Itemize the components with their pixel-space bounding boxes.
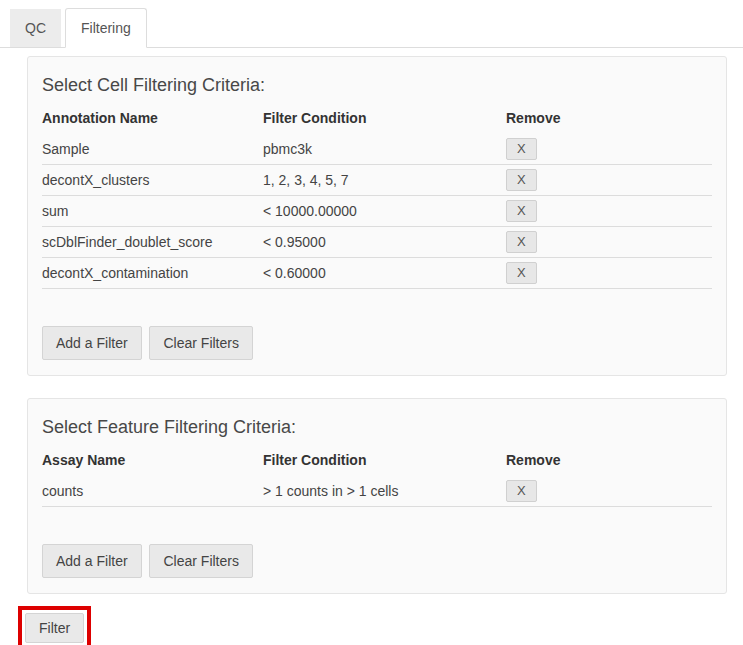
annotation-name-cell: Sample <box>42 134 263 165</box>
feature-filter-header-row: Assay Name Filter Condition Remove <box>42 450 712 476</box>
filter-condition-cell: < 10000.00000 <box>263 196 506 227</box>
clear-feature-filters-button[interactable]: Clear Filters <box>149 544 252 578</box>
remove-filter-button[interactable]: X <box>506 169 537 191</box>
feature-filter-table: Assay Name Filter Condition Remove count… <box>42 450 712 507</box>
remove-filter-button[interactable]: X <box>506 262 537 284</box>
cell-filtering-panel: Select Cell Filtering Criteria: Annotati… <box>27 56 727 376</box>
cell-filter-header-row: Annotation Name Filter Condition Remove <box>42 108 712 134</box>
tab-qc[interactable]: QC <box>10 9 61 47</box>
remove-filter-button[interactable]: X <box>506 480 537 502</box>
table-row: counts > 1 counts in > 1 cells X <box>42 476 712 507</box>
add-cell-filter-button[interactable]: Add a Filter <box>42 326 142 360</box>
remove-filter-button[interactable]: X <box>506 138 537 160</box>
remove-filter-button[interactable]: X <box>506 231 537 253</box>
column-header-remove: Remove <box>506 108 712 134</box>
tab-bar: QC Filtering <box>0 0 743 48</box>
remove-filter-button[interactable]: X <box>506 200 537 222</box>
add-feature-filter-button[interactable]: Add a Filter <box>42 544 142 578</box>
annotation-name-cell: decontX_clusters <box>42 165 263 196</box>
table-row: sum < 10000.00000 X <box>42 196 712 227</box>
filter-condition-cell: pbmc3k <box>263 134 506 165</box>
cell-filter-table: Annotation Name Filter Condition Remove … <box>42 108 712 289</box>
table-row: decontX_contamination < 0.60000 X <box>42 258 712 289</box>
assay-name-cell: counts <box>42 476 263 507</box>
red-highlight-box: Filter <box>18 606 91 645</box>
feature-filter-rows: counts > 1 counts in > 1 cells X <box>42 476 712 507</box>
column-header-filter-condition: Filter Condition <box>263 450 506 476</box>
table-row: Sample pbmc3k X <box>42 134 712 165</box>
column-header-remove: Remove <box>506 450 712 476</box>
feature-filter-actions: Add a Filter Clear Filters <box>42 544 712 578</box>
column-header-filter-condition: Filter Condition <box>263 108 506 134</box>
filter-button-area: Filter <box>18 606 91 645</box>
annotation-name-cell: scDblFinder_doublet_score <box>42 227 263 258</box>
filter-condition-cell: 1, 2, 3, 4, 5, 7 <box>263 165 506 196</box>
annotation-name-cell: decontX_contamination <box>42 258 263 289</box>
annotation-name-cell: sum <box>42 196 263 227</box>
filter-button[interactable]: Filter <box>25 613 84 643</box>
tab-content: Select Cell Filtering Criteria: Annotati… <box>0 48 743 594</box>
filter-condition-cell: < 0.60000 <box>263 258 506 289</box>
cell-filter-rows: Sample pbmc3k X decontX_clusters 1, 2, 3… <box>42 134 712 289</box>
tab-filtering[interactable]: Filtering <box>65 8 147 48</box>
filter-condition-cell: > 1 counts in > 1 cells <box>263 476 506 507</box>
table-row: scDblFinder_doublet_score < 0.95000 X <box>42 227 712 258</box>
column-header-assay-name: Assay Name <box>42 450 263 476</box>
clear-cell-filters-button[interactable]: Clear Filters <box>149 326 252 360</box>
filter-condition-cell: < 0.95000 <box>263 227 506 258</box>
column-header-annotation-name: Annotation Name <box>42 108 263 134</box>
cell-filtering-title: Select Cell Filtering Criteria: <box>42 75 712 96</box>
feature-filtering-panel: Select Feature Filtering Criteria: Assay… <box>27 398 727 594</box>
cell-filter-actions: Add a Filter Clear Filters <box>42 326 712 360</box>
feature-filtering-title: Select Feature Filtering Criteria: <box>42 417 712 438</box>
table-row: decontX_clusters 1, 2, 3, 4, 5, 7 X <box>42 165 712 196</box>
